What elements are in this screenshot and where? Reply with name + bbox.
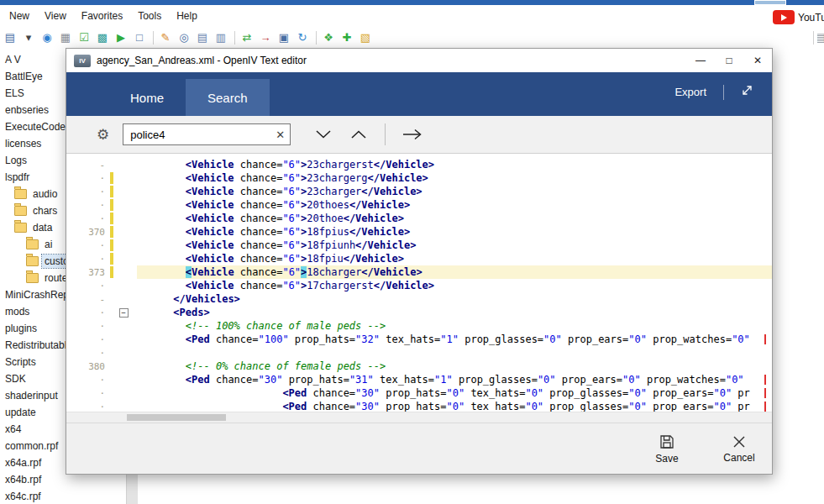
code-text[interactable]: <Ped chance="30" prop_hats="0" tex_hats=… xyxy=(137,386,772,400)
package-browser-icon[interactable]: ▦ xyxy=(57,29,74,46)
add-icon[interactable]: ✚ xyxy=(339,29,355,46)
line-number: · xyxy=(66,348,107,359)
code-text[interactable]: <!-- 100% chance of male peds --> xyxy=(137,319,772,333)
clear-search-icon[interactable]: ✕ xyxy=(276,129,285,141)
editor-line[interactable]: 380 <!-- 0% chance of female peds --> xyxy=(66,360,772,373)
cancel-button[interactable]: Cancel xyxy=(713,426,765,471)
editor-line[interactable]: · xyxy=(66,346,772,360)
code-text[interactable]: <Vehicle chance="6">23chargerst</Vehicle… xyxy=(137,158,772,171)
run-script-icon[interactable]: ▶ xyxy=(113,29,129,46)
code-text[interactable]: <Vehicle chance="6">18fpiunh</Vehicle> xyxy=(137,239,772,252)
tab-home[interactable]: Home xyxy=(108,79,186,116)
refresh-file-icon[interactable]: ↻ xyxy=(294,29,311,46)
sidebar-item-label: plugins xyxy=(3,322,39,335)
line-number: · xyxy=(66,321,107,332)
code-text[interactable]: <Ped chance="30" prop_hats="31" tex_hats… xyxy=(137,373,772,386)
go-to-button[interactable] xyxy=(402,129,422,140)
minimize-button[interactable]: — xyxy=(686,49,715,72)
editor-line[interactable]: · <Vehicle chance="6">18fpiu</Vehicle> xyxy=(66,252,772,265)
save-button[interactable]: Save xyxy=(641,426,693,471)
edit-mode-icon[interactable]: ☑ xyxy=(76,29,92,46)
menu-item-new[interactable]: New xyxy=(2,7,37,25)
menu-item-view[interactable]: View xyxy=(37,7,74,25)
menu-item-favorites[interactable]: Favorites xyxy=(74,7,130,25)
window-controls: — □ ✕ xyxy=(686,49,772,72)
code-text[interactable]: </Vehicles> xyxy=(137,292,772,306)
sidebar-item-label: x64a.rpf xyxy=(3,456,44,470)
editor-line[interactable]: · <Ped chance="30" prop_hats="31" tex_ha… xyxy=(66,373,772,386)
gear-icon[interactable]: ⚙ xyxy=(97,126,109,144)
youtube-shortcut[interactable]: YouTube xyxy=(773,10,824,24)
clipped-toolbar-icon[interactable]: ▤ xyxy=(817,30,824,45)
menu-item-help[interactable]: Help xyxy=(169,7,205,25)
notes-icon[interactable]: ▧ xyxy=(357,29,374,46)
list-view-icon[interactable]: ▥ xyxy=(213,29,229,46)
find-next-button[interactable] xyxy=(316,130,331,139)
code-text[interactable]: <Ped chance="30" prop_hats="0" tex_hats=… xyxy=(137,400,772,412)
editor-line[interactable]: ·− <Peds> xyxy=(66,306,772,319)
link-icon[interactable]: ❖ xyxy=(320,29,337,46)
tab-search[interactable]: Search xyxy=(186,79,270,116)
import-window-icon[interactable]: ⇄ xyxy=(239,29,255,46)
maximize-button[interactable]: □ xyxy=(715,49,743,72)
statistics-icon[interactable]: ▩ xyxy=(94,29,111,46)
line-number: · xyxy=(66,388,107,399)
new-document-icon[interactable]: □ xyxy=(131,29,148,46)
open-location-icon[interactable]: ◉ xyxy=(39,29,55,46)
export-button[interactable]: Export xyxy=(674,86,706,98)
editor-line[interactable]: 370 <Vehicle chance="6">18fpius</Vehicle… xyxy=(66,225,772,239)
export-window-icon[interactable]: → xyxy=(257,29,274,46)
editor-line[interactable]: · <Vehicle chance="6">18fpiunh</Vehicle> xyxy=(66,239,772,252)
open-window-icon[interactable]: ▣ xyxy=(276,29,292,46)
save-icon xyxy=(659,433,675,450)
editor-line[interactable]: · <Ped chance="100" prop_hats="32" tex_h… xyxy=(66,333,772,346)
code-text[interactable] xyxy=(137,346,772,360)
code-text[interactable]: <!-- 0% chance of female peds --> xyxy=(137,360,772,373)
find-previous-button[interactable] xyxy=(351,130,366,139)
editor-lines[interactable]: - <Vehicle chance="6">23chargerst</Vehic… xyxy=(66,154,772,412)
code-text[interactable]: <Vehicle chance="6">20thoes</Vehicle> xyxy=(137,198,772,212)
sidebar-item-label: lspdfr xyxy=(3,171,32,184)
code-text[interactable]: <Peds> xyxy=(137,306,772,319)
text-view-icon[interactable]: ▤ xyxy=(194,29,211,46)
change-marker xyxy=(110,374,113,386)
dialog-titlebar[interactable]: IV agency_San_Andreas.xml - OpenIV Text … xyxy=(66,49,772,72)
menu-item-tools[interactable]: Tools xyxy=(130,7,169,25)
editor-line[interactable]: · <!-- 100% chance of male peds --> xyxy=(66,319,772,333)
code-text[interactable]: <Vehicle chance="6">18fpius</Vehicle> xyxy=(137,225,772,239)
fold-icon[interactable]: − xyxy=(119,308,129,318)
new-file-icon[interactable]: ▤ xyxy=(2,29,18,46)
horizontal-scrollbar[interactable] xyxy=(66,412,772,423)
editor-line[interactable]: · <Vehicle chance="6">20thoes</Vehicle> xyxy=(66,198,772,212)
editor-line[interactable]: · <Vehicle chance="6">17chargerst</Vehic… xyxy=(66,279,772,292)
toolbar: ▤▾◉▦☑▩▶□✎◎▤▥⇄→▣↻❖✚▧ ▤ xyxy=(0,27,824,48)
editor-line[interactable]: · <Vehicle chance="6">23chargerg</Vehicl… xyxy=(66,171,772,185)
line-number: · xyxy=(66,281,107,291)
editor-line[interactable]: · <Vehicle chance="6">23charger</Vehicle… xyxy=(66,185,772,198)
editor-line[interactable]: · <Ped chance="30" prop_hats="0" tex_hat… xyxy=(66,400,772,412)
editor-line[interactable]: · <Vehicle chance="6">20thoe</Vehicle> xyxy=(66,212,772,225)
code-text[interactable]: <Vehicle chance="6">23chargerg</Vehicle> xyxy=(137,171,772,185)
code-text[interactable]: <Vehicle chance="6">17chargerst</Vehicle… xyxy=(137,279,772,292)
sidebar-item-label: Redistributable xyxy=(3,339,75,352)
code-text[interactable]: <Vehicle chance="6">18charger</Vehicle> xyxy=(137,265,772,279)
code-text[interactable]: <Vehicle chance="6">20thoe</Vehicle> xyxy=(137,212,772,225)
close-button[interactable]: ✕ xyxy=(743,49,772,72)
expand-icon[interactable] xyxy=(741,84,753,100)
editor-line[interactable]: - <Vehicle chance="6">23chargerst</Vehic… xyxy=(66,158,772,171)
folder-icon xyxy=(26,273,39,283)
sidebar-item-x64c-rpf[interactable]: x64c.rpf xyxy=(0,488,126,504)
editor-line[interactable]: · <Ped chance="30" prop_hats="0" tex_hat… xyxy=(66,386,772,400)
code-text[interactable]: <Ped chance="100" prop_hats="32" tex_hat… xyxy=(137,333,772,346)
search-file-icon[interactable]: ◎ xyxy=(176,29,192,46)
code-text[interactable]: <Vehicle chance="6">18fpiu</Vehicle> xyxy=(137,252,772,265)
horizontal-scrollbar-thumb[interactable] xyxy=(127,414,226,421)
search-input[interactable] xyxy=(129,128,272,142)
code-text[interactable]: <Vehicle chance="6">23charger</Vehicle> xyxy=(137,185,772,198)
change-marker xyxy=(110,266,113,278)
new-file-dropdown-icon[interactable]: ▾ xyxy=(20,29,37,46)
chevron-up-icon xyxy=(351,130,366,139)
edit-file-icon[interactable]: ✎ xyxy=(157,29,174,46)
editor-line[interactable]: - </Vehicles> xyxy=(66,292,772,306)
editor-line[interactable]: 373 <Vehicle chance="6">18charger</Vehic… xyxy=(66,265,772,279)
